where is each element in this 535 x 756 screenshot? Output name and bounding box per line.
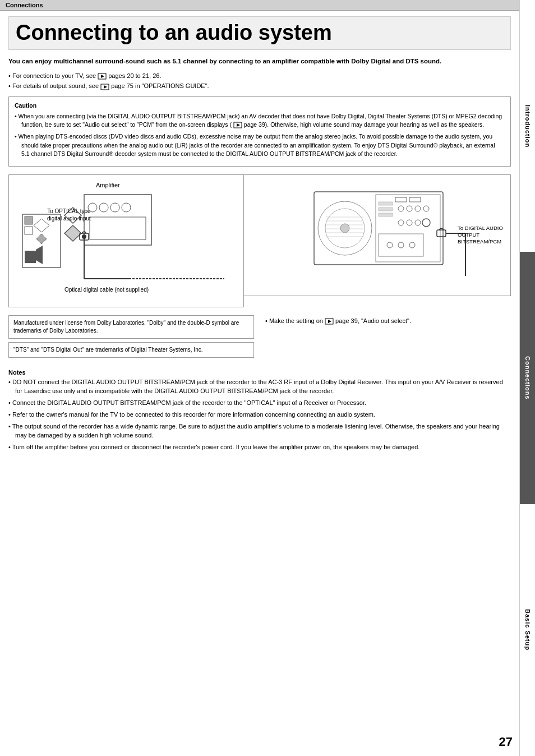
svg-rect-50 <box>379 213 393 216</box>
svg-rect-51 <box>379 234 423 256</box>
svg-rect-49 <box>379 208 393 211</box>
caution-item-1: When you are connecting (via the DIGITAL… <box>15 112 505 129</box>
dolby-notice: Manufactured under license from Dolby La… <box>8 315 254 339</box>
breadcrumb: Connections <box>0 0 535 11</box>
svg-point-53 <box>398 242 404 248</box>
svg-marker-8 <box>64 225 81 241</box>
svg-rect-55 <box>437 230 446 237</box>
caution-box: Caution When you are connecting (via the… <box>8 96 511 167</box>
bullet-item-2: For details of output sound, see page 75… <box>8 82 511 90</box>
svg-point-44 <box>398 220 404 225</box>
notice-box-left: Manufactured under license from Dolby La… <box>8 315 254 361</box>
svg-rect-39 <box>409 197 421 202</box>
svg-marker-3 <box>104 85 107 89</box>
svg-point-12 <box>122 203 131 212</box>
svg-point-14 <box>82 234 86 239</box>
svg-point-45 <box>407 220 412 225</box>
bullet-item-1: For connection to your TV, see pages 20 … <box>8 72 511 80</box>
intro-text: You can enjoy multichannel surround-soun… <box>8 57 511 66</box>
notes-section: Notes DO NOT connect the DIGITAL AUDIO O… <box>8 369 511 452</box>
svg-rect-48 <box>379 202 393 205</box>
svg-point-47 <box>422 219 430 227</box>
caution-title: Caution <box>15 102 505 110</box>
sidebar-intro: Introduction <box>519 0 535 252</box>
svg-point-46 <box>415 220 421 225</box>
digital-output-label: To DIGITAL AUDIOOUTPUTBITSTREAM/PCM <box>458 225 508 246</box>
svg-point-43 <box>423 206 429 211</box>
diagram-area: Amplifier To OPTICAL typedigital audio i… <box>8 174 511 307</box>
svg-rect-23 <box>25 216 33 224</box>
sidebar-intro-label: Introduction <box>524 105 531 147</box>
diagram-svg: Optical digital cable (not supplied) <box>11 192 241 301</box>
page-title: Connecting to an audio system <box>8 16 511 50</box>
page-number: 27 <box>499 735 513 749</box>
svg-point-40 <box>398 206 404 211</box>
amplifier-label: Amplifier <box>96 182 120 188</box>
diagram-left: Amplifier To OPTICAL typedigital audio i… <box>8 174 244 307</box>
notes-list: DO NOT connect the DIGITAL AUDIO OUTPUT … <box>8 378 511 452</box>
svg-point-54 <box>409 242 415 248</box>
dts-notice: "DTS" and "DTS Digital Out" are trademar… <box>8 342 254 358</box>
notice-ref-arrow-icon <box>325 318 334 325</box>
svg-marker-5 <box>237 123 240 127</box>
notes-title: Notes <box>8 369 511 376</box>
svg-rect-24 <box>25 227 33 234</box>
notice-row: Manufactured under license from Dolby La… <box>8 315 511 361</box>
caution-item-2: When playing DTS-encoded discs (DVD vide… <box>15 132 505 158</box>
svg-rect-6 <box>84 195 151 245</box>
caution-ref-arrow-icon <box>233 122 242 128</box>
sidebar-basic-setup: Basic Setup <box>519 504 535 756</box>
svg-point-11 <box>110 203 119 212</box>
svg-text:Optical digital cable (not sup: Optical digital cable (not supplied) <box>64 287 149 293</box>
note-item-3: Refer to the owner's manual for the TV t… <box>8 411 511 420</box>
svg-marker-20 <box>36 234 47 244</box>
note-item-5: Turn off the amplifier before you connec… <box>8 443 511 452</box>
right-sidebar: Introduction Connections Basic Setup <box>519 0 535 756</box>
svg-point-41 <box>407 206 412 211</box>
optical-type-label: To OPTICAL typedigital audio input <box>47 208 91 222</box>
svg-rect-38 <box>395 197 407 202</box>
sidebar-basic-label: Basic Setup <box>524 609 531 651</box>
svg-marker-59 <box>328 320 331 323</box>
svg-rect-13 <box>90 217 146 239</box>
sidebar-connections: Connections <box>519 252 535 504</box>
diagram-right: To DIGITAL AUDIOOUTPUTBITSTREAM/PCM <box>244 174 511 296</box>
caution-list: When you are connecting (via the DIGITAL… <box>15 112 505 158</box>
note-item-1: DO NOT connect the DIGITAL AUDIO OUTPUT … <box>8 378 511 396</box>
svg-point-10 <box>99 203 108 212</box>
notice-right: • Make the setting on page 39, "Audio ou… <box>265 315 511 325</box>
svg-rect-21 <box>25 251 36 263</box>
svg-marker-22 <box>36 246 43 264</box>
bullet-list: For connection to your TV, see pages 20 … <box>8 72 511 91</box>
svg-marker-1 <box>101 75 104 78</box>
svg-point-42 <box>415 206 421 211</box>
svg-point-52 <box>387 242 393 248</box>
note-item-4: The output sound of the recorder has a w… <box>8 422 511 440</box>
page-ref-arrow-icon-2 <box>100 84 109 90</box>
page-ref-arrow-icon <box>98 73 107 80</box>
sidebar-connections-label: Connections <box>524 356 531 400</box>
note-item-2: Connect the DIGITAL AUDIO OUTPUT BITSTRE… <box>8 399 511 408</box>
